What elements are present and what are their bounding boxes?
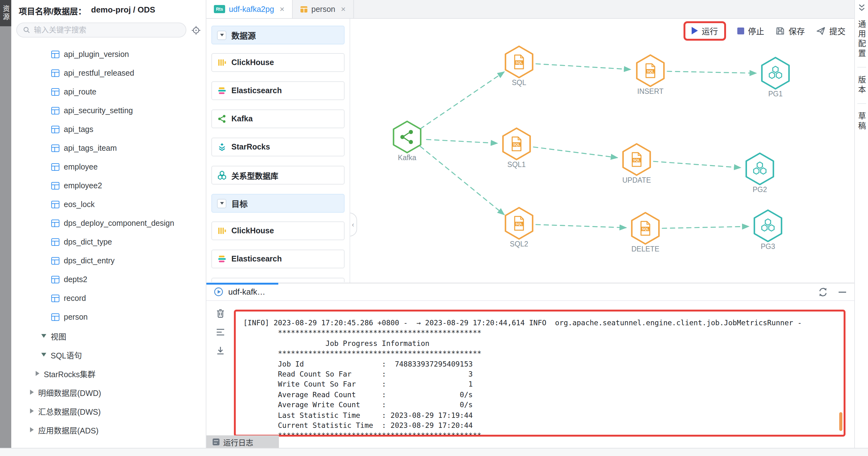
- close-icon[interactable]: ×: [280, 4, 284, 14]
- canvas-node-pg1[interactable]: PG1: [758, 56, 793, 93]
- tree-item-label: SQL语句: [51, 349, 82, 361]
- tree-item-table[interactable]: api_security_setting: [11, 101, 206, 120]
- tree-item-table[interactable]: dps_dict_entry: [11, 251, 206, 270]
- save-icon: [775, 26, 785, 35]
- caret-down-icon: [217, 30, 226, 40]
- log-scrollbar-thumb[interactable]: [839, 412, 842, 431]
- run-log-tab-label: 运行日志: [223, 436, 253, 447]
- download-icon[interactable]: [215, 346, 225, 355]
- sql-file-icon: SQL: [633, 53, 668, 88]
- refresh-icon[interactable]: [818, 287, 828, 297]
- tree-item-table[interactable]: employee: [11, 158, 206, 176]
- table-icon: [51, 126, 59, 133]
- send-icon: [816, 26, 826, 35]
- tree-group-ads[interactable]: 应用数据层(ADS): [11, 420, 206, 439]
- canvas-node-sql2[interactable]: SQL SQL2: [501, 206, 536, 243]
- locate-icon[interactable]: [191, 25, 201, 35]
- tree-item-table[interactable]: api_tags_iteam: [11, 139, 206, 158]
- tree-item-table[interactable]: api_route: [11, 83, 206, 101]
- tree-item-table[interactable]: eos_lock: [11, 195, 206, 214]
- double-chevron-down-icon[interactable]: [857, 4, 866, 12]
- tree-item-table[interactable]: dps_dict_type: [11, 233, 206, 251]
- tab-person[interactable]: person ×: [293, 0, 354, 18]
- left-dock-strip: 资源: [0, 0, 11, 448]
- tree-item-table[interactable]: person: [11, 308, 206, 327]
- tree-item-table[interactable]: employee2: [11, 176, 206, 195]
- caret-right-icon: [30, 390, 34, 395]
- dock-tab-general-config[interactable]: 通用配置: [856, 20, 867, 59]
- tree-item-table[interactable]: api_restful_released: [11, 64, 206, 83]
- node-label: DELETE: [631, 245, 659, 253]
- save-button[interactable]: 保存: [775, 25, 805, 37]
- table-icon: [51, 51, 59, 58]
- canvas-node-insert[interactable]: SQL INSERT: [633, 53, 668, 90]
- table-icon: [51, 201, 59, 208]
- sql-file-icon: SQL: [499, 126, 534, 161]
- tab-udf-kafka2pg[interactable]: Rts udf-kafka2pg ×: [206, 0, 293, 18]
- caret-right-icon: [30, 427, 34, 432]
- palette-section-source[interactable]: 数据源: [211, 26, 345, 44]
- caret-down-icon: [217, 199, 226, 208]
- sidebar: 项目名称/数据层： demo-proj / ODS api_plugin_ver…: [11, 0, 206, 448]
- tree-item-table[interactable]: depts2: [11, 270, 206, 289]
- submit-button[interactable]: 提交: [816, 25, 845, 37]
- canvas-node-delete[interactable]: SQL DELETE: [628, 211, 663, 248]
- palette-item-clickhouse[interactable]: ClickHouse: [211, 53, 345, 72]
- close-icon[interactable]: ×: [341, 4, 345, 14]
- node-label: SQL2: [510, 240, 528, 248]
- tree-item-table[interactable]: dps_deploy_component_design: [11, 214, 206, 233]
- divider: [857, 67, 866, 67]
- editor-tabbar: Rts udf-kafka2pg × person ×: [206, 0, 854, 19]
- canvas-toolbar: 运行 停止 保存 提交: [684, 21, 845, 41]
- node-label: SQL: [512, 79, 526, 86]
- tree-group-starrocks-cluster[interactable]: StarRocks集群: [11, 364, 206, 383]
- search-box[interactable]: [16, 23, 186, 37]
- tree-item-label: depts2: [64, 275, 87, 284]
- tree-item-label: 汇总数据层(DWS): [38, 405, 101, 417]
- svg-text:SQL: SQL: [516, 222, 523, 226]
- run-log-tab[interactable]: 运行日志: [206, 435, 279, 449]
- sql-file-icon: SQL: [501, 206, 536, 241]
- palette-item-elasticsearch-target[interactable]: Elasticsearch: [211, 250, 345, 268]
- palette-item-elasticsearch[interactable]: Elasticsearch: [211, 81, 345, 100]
- canvas-node-update[interactable]: SQL UPDATE: [619, 142, 654, 179]
- log-output[interactable]: [INFO] 2023-08-29 17:20:45.286 +0800 - →…: [243, 318, 836, 436]
- palette-item-starrocks[interactable]: StarRocks: [211, 138, 345, 156]
- canvas-node-pg2[interactable]: PG2: [742, 151, 777, 188]
- minimize-icon[interactable]: [838, 287, 847, 296]
- sql-file-icon: SQL: [501, 44, 536, 80]
- log-panel-title[interactable]: udf-kafk…: [228, 287, 266, 297]
- kafka-node-icon: [390, 119, 425, 154]
- canvas-node-pg3[interactable]: PG3: [750, 208, 785, 245]
- trash-icon[interactable]: [215, 308, 225, 318]
- tree-item-table[interactable]: record: [11, 289, 206, 308]
- tree-group-dwd[interactable]: 明细数据层(DWD): [11, 383, 206, 402]
- resource-dock-tab[interactable]: 资源: [0, 0, 11, 26]
- log-panel-body: [INFO] 2023-08-29 17:20:45.286 +0800 - →…: [206, 301, 854, 449]
- canvas-node-kafka[interactable]: Kafka: [390, 119, 425, 156]
- canvas-node-sql1[interactable]: SQL SQL1: [499, 126, 534, 163]
- table-icon: [51, 163, 59, 171]
- palette-item-clickhouse-target[interactable]: ClickHouse: [211, 221, 345, 240]
- dock-tab-version[interactable]: 版本: [856, 76, 867, 95]
- log-lines-icon[interactable]: [215, 328, 225, 337]
- dock-tab-draft[interactable]: 草稿: [856, 112, 867, 131]
- component-palette: 数据源 ClickHouse Elasticsearch Kafka StarR…: [206, 19, 350, 283]
- tree-item-table[interactable]: api_tags: [11, 120, 206, 139]
- palette-item-kafka[interactable]: Kafka: [211, 110, 345, 128]
- tree-group-sql[interactable]: SQL语句: [11, 345, 206, 364]
- search-input[interactable]: [34, 26, 180, 34]
- caret-right-icon: [36, 371, 39, 376]
- canvas-node-sql[interactable]: SQL SQL: [501, 44, 536, 81]
- palette-section-target[interactable]: 目标: [211, 194, 345, 213]
- flow-canvas[interactable]: Kafka SQL SQL: [350, 19, 854, 283]
- tree-group-dws[interactable]: 汇总数据层(DWS): [11, 402, 206, 420]
- tree-group-views[interactable]: 视图: [11, 327, 206, 345]
- run-button[interactable]: 运行: [692, 25, 718, 37]
- palette-item-relational-db[interactable]: 关系型数据库: [211, 166, 345, 185]
- stop-button[interactable]: 停止: [737, 25, 764, 37]
- table-icon: [51, 182, 59, 189]
- tree-item-table[interactable]: api_plugin_version: [11, 45, 206, 64]
- right-dock-strip: 通用配置 版本 草稿: [854, 0, 868, 448]
- table-icon: [51, 313, 59, 321]
